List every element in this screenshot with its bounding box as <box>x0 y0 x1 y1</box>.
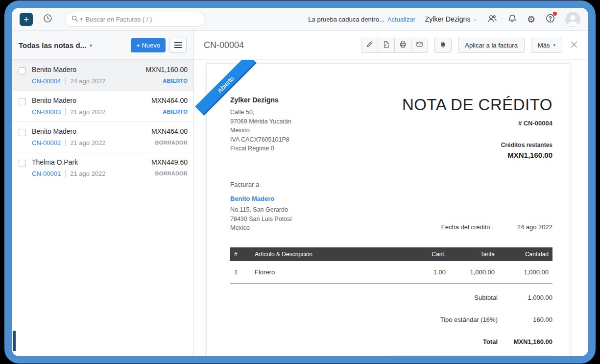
search-input[interactable] <box>86 16 199 23</box>
edit-button[interactable] <box>361 38 378 53</box>
credit-notes-list-panel: Todas las notas d... ▾ + Nuevo Benito Ma… <box>12 31 194 356</box>
company-address-line: Calle 50, <box>230 108 291 117</box>
quick-create-button[interactable]: + <box>20 13 33 26</box>
credits-remaining-row: Créditos restantes MXN1,160.00 <box>390 355 552 356</box>
credit-date-value: 24 ago 2022 <box>517 223 552 231</box>
credit-note-amount: MXN449.60 <box>151 158 188 166</box>
list-header: Todas las notas d... ▾ + Nuevo <box>12 31 193 60</box>
table-header-row: # Artículo & Descripción Cant. Tarifa Ca… <box>230 247 552 261</box>
email-button[interactable] <box>411 38 428 53</box>
item-name: Florero <box>251 261 407 284</box>
customer-address-line: 78430 San Luis Potosí <box>230 215 292 224</box>
collapsed-nav-sliver <box>13 331 16 351</box>
item-rate: 1,000.00 <box>450 261 499 284</box>
customer-name: Benito Madero <box>32 97 151 104</box>
list-item[interactable]: Benito Madero CN-00003 21 ago 2022 MXN46… <box>12 91 193 121</box>
status-badge: BORRADOR <box>151 140 188 146</box>
attachments-button[interactable] <box>434 38 452 53</box>
company-address-line: Mexico <box>230 126 291 135</box>
company-address-line: IVA CACX7605101P8 <box>230 135 291 145</box>
total-value: MXN1,160.00 <box>498 338 552 345</box>
document-type-title: NOTA DE CRÉDITO <box>402 96 552 114</box>
credit-note-amount: MXN464.00 <box>151 97 188 104</box>
credit-date-row: Fecha del crédito : 24 ago 2022 <box>441 223 552 233</box>
row-checkbox[interactable] <box>19 129 26 136</box>
trial-expiry-text: La prueba caduca dentro... <box>308 16 384 23</box>
upgrade-link[interactable]: Actualizar <box>387 16 415 23</box>
gear-icon: ⚙ <box>527 15 535 24</box>
document-preview-area[interactable]: Abierto Zylker Dezigns Calle 50, 97069 M… <box>194 60 588 356</box>
detail-toolbar: A <box>361 38 578 53</box>
credit-note-number-link[interactable]: CN-00003 <box>32 108 61 116</box>
status-badge: BORRADOR <box>151 170 188 176</box>
pdf-button[interactable]: A <box>378 38 395 53</box>
row-checkbox[interactable] <box>19 160 26 167</box>
caret-down-icon: ▾ <box>90 43 92 48</box>
chevron-down-icon: ⌄ <box>473 17 477 22</box>
app-window: + ▾ La prueba caduca dentro... Actualiza… <box>4 0 596 364</box>
org-switcher[interactable]: Zylker Dezigns ⌄ <box>425 15 477 23</box>
col-header-amount: Cantidad <box>499 247 552 261</box>
total-row: Total MXN1,160.00 <box>390 331 552 353</box>
total-label: Total <box>390 338 498 345</box>
totals-block: Subtotal 1,000.00 Tipo estándar (16%) 16… <box>390 287 552 356</box>
company-name: Zylker Dezigns <box>230 96 291 104</box>
credit-note-amount: MXN1,160.00 <box>145 66 188 73</box>
document-title-block: NOTA DE CRÉDITO # CN-00004 Créditos rest… <box>402 96 552 159</box>
credits-remaining-value: MXN1,160.00 <box>402 151 552 159</box>
row-checkbox[interactable] <box>19 98 26 105</box>
new-credit-note-button[interactable]: + Nuevo <box>131 38 166 52</box>
status-badge: ABIERTO <box>151 109 188 115</box>
credit-note-amount: MXN464.00 <box>151 127 188 135</box>
credit-note-number-link[interactable]: CN-00001 <box>32 170 61 177</box>
recent-history-button[interactable] <box>43 13 53 25</box>
company-block: Zylker Dezigns Calle 50, 97069 Mérida Yu… <box>230 96 291 159</box>
more-label: Más <box>538 42 550 49</box>
close-detail-button[interactable] <box>570 40 578 50</box>
credit-note-date: 21 ago 2022 <box>65 139 105 146</box>
customer-name: Benito Madero <box>32 127 151 135</box>
more-button[interactable]: Más ▾ <box>531 38 562 53</box>
credit-note-number-link[interactable]: CN-00004 <box>32 77 61 85</box>
settings-button[interactable]: ⚙ <box>527 15 535 24</box>
bell-icon <box>507 13 517 25</box>
status-badge: ABIERTO <box>145 78 188 84</box>
list-filter-dropdown[interactable]: Todas las notas d... ▾ <box>19 41 92 49</box>
row-checkbox[interactable] <box>19 67 26 74</box>
table-row: 1 Florero 1.00 1,000.00 1,000.00 <box>230 261 552 284</box>
page-title: CN-00004 <box>204 40 244 50</box>
tax-value: 160.00 <box>498 316 552 323</box>
help-button[interactable] <box>545 13 555 25</box>
credit-note-number-link[interactable]: CN-00002 <box>32 139 61 146</box>
col-header-rate: Tarifa <box>450 247 499 261</box>
caret-down-icon: ▾ <box>553 43 555 48</box>
hamburger-icon <box>174 42 182 48</box>
customer-name: Benito Madero <box>32 66 145 73</box>
credit-note-date: 21 ago 2022 <box>65 108 105 116</box>
list-item[interactable]: Benito Madero CN-00004 24 ago 2022 MXN1,… <box>12 60 193 91</box>
user-avatar[interactable] <box>565 12 580 27</box>
list-item[interactable]: Benito Madero CN-00002 21 ago 2022 MXN46… <box>12 121 193 152</box>
apply-to-invoice-button[interactable]: Aplicar a la factura <box>458 38 525 53</box>
col-header-num: # <box>230 247 251 261</box>
notification-dot <box>553 12 557 16</box>
col-header-item: Artículo & Descripción <box>251 247 407 261</box>
customer-link[interactable]: Benito Madero <box>230 195 274 202</box>
item-amount: 1,000.00 <box>499 261 552 284</box>
svg-text:A: A <box>385 44 386 47</box>
list-options-button[interactable] <box>169 38 187 53</box>
list-item[interactable]: Thelma O.Park CN-00001 21 ago 2022 MXN44… <box>12 152 193 183</box>
credit-note-paper: Abierto Zylker Dezigns Calle 50, 97069 M… <box>206 63 570 356</box>
credit-note-date: 24 ago 2022 <box>65 77 105 85</box>
search-scope-caret-icon[interactable]: ▾ <box>80 17 83 22</box>
document-number: # CN-00004 <box>402 120 552 127</box>
bill-to-label: Facturar a <box>230 181 292 188</box>
users-button[interactable] <box>487 14 498 25</box>
search-bar[interactable]: ▾ <box>65 12 206 27</box>
item-num: 1 <box>230 261 251 284</box>
paperclip-icon <box>439 41 447 50</box>
tax-row: Tipo estándar (16%) 160.00 <box>390 309 552 331</box>
credit-note-detail-panel: CN-00004 <box>194 31 588 356</box>
notifications-button[interactable] <box>507 13 517 25</box>
print-button[interactable] <box>394 38 411 53</box>
